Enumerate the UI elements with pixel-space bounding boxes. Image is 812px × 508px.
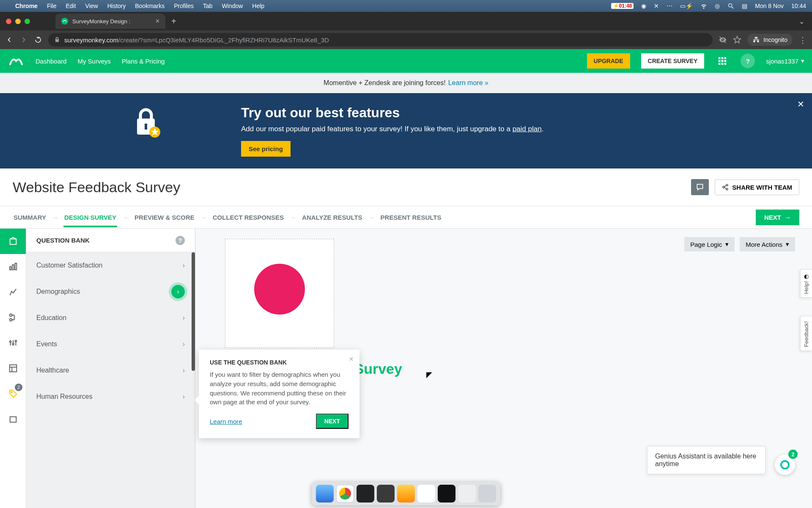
incognito-indicator[interactable]: Incognito: [747, 34, 793, 46]
apps-grid-icon[interactable]: [715, 54, 730, 68]
tooltip-close-icon[interactable]: ×: [349, 355, 354, 364]
tab-overflow-icon[interactable]: ⌄: [799, 17, 812, 25]
rail-builder[interactable]: [0, 254, 26, 279]
window-zoom[interactable]: [25, 19, 30, 24]
rail-logic[interactable]: [0, 305, 26, 330]
menu-bookmarks[interactable]: Bookmarks: [135, 3, 165, 9]
rail-options[interactable]: [0, 330, 26, 356]
share-with-team-button[interactable]: SHARE WITH TEAM: [715, 179, 799, 195]
rail-question-bank[interactable]: [0, 229, 26, 254]
chrome-menu-icon[interactable]: ⋮: [798, 36, 807, 44]
tooltip-learn-more-link[interactable]: Learn more: [210, 418, 242, 425]
status-icon-2[interactable]: ✕: [654, 3, 659, 9]
nav-plans-pricing[interactable]: Plans & Pricing: [122, 58, 165, 65]
menubar-date[interactable]: Mon 8 Nov: [755, 3, 784, 9]
promo-paid-plan-link[interactable]: paid plan: [513, 125, 542, 133]
spotlight-icon[interactable]: [727, 3, 734, 9]
dock-chrome[interactable]: [336, 485, 354, 502]
tab-present-results[interactable]: PRESENT RESULTS: [380, 207, 442, 227]
menu-help[interactable]: Help: [252, 3, 264, 9]
menu-file[interactable]: File: [47, 3, 57, 9]
svg-rect-22: [12, 265, 14, 270]
back-button[interactable]: [5, 36, 14, 44]
battery-time-indicator[interactable]: ⚡01:48: [611, 3, 634, 9]
qbank-item-education[interactable]: Education ›: [26, 305, 195, 331]
surveymonkey-logo[interactable]: [8, 54, 25, 68]
dock-app-8[interactable]: [458, 485, 476, 502]
comments-button[interactable]: [691, 179, 709, 195]
help-icon[interactable]: ?: [741, 54, 755, 68]
dock-app-7[interactable]: [438, 485, 455, 502]
qbank-item-events[interactable]: Events ›: [26, 331, 195, 357]
promo-close-icon[interactable]: ✕: [797, 99, 804, 109]
chevron-right-icon: ›: [183, 262, 185, 269]
see-pricing-button[interactable]: See pricing: [241, 141, 291, 157]
tab-collect-responses[interactable]: COLLECT RESPONSES: [212, 207, 285, 227]
tab-design-survey[interactable]: DESIGN SURVEY: [63, 207, 117, 227]
feedback-side-tab[interactable]: Feedback!: [800, 316, 812, 351]
dock-app-5[interactable]: [397, 485, 415, 502]
tab-analyze-results[interactable]: ANALYZE RESULTS: [301, 207, 363, 227]
more-actions-dropdown[interactable]: More Actions ▾: [740, 237, 795, 251]
svg-point-15: [723, 186, 724, 188]
page-content: Dashboard My Surveys Plans & Pricing UPG…: [0, 49, 812, 508]
address-bar[interactable]: surveymonkey.com/create/?sm=LpcQ3ieMLY4R…: [48, 33, 713, 47]
nav-my-surveys[interactable]: My Surveys: [77, 58, 110, 65]
tab-arrow-icon: →: [200, 214, 207, 221]
window-minimize[interactable]: [15, 19, 21, 24]
chevron-right-icon: ›: [183, 393, 185, 400]
rail-layout[interactable]: [0, 356, 26, 381]
control-center-icon[interactable]: ◎: [715, 3, 720, 9]
menu-tab[interactable]: Tab: [203, 3, 213, 9]
tab-summary[interactable]: SUMMARY: [13, 207, 47, 227]
qbank-item-customer-satisfaction[interactable]: Customer Satisfaction ›: [26, 252, 195, 279]
forward-button[interactable]: [19, 36, 28, 44]
svg-point-0: [729, 4, 732, 7]
menu-edit[interactable]: Edit: [66, 3, 76, 9]
question-bank-help-icon[interactable]: ?: [176, 236, 185, 245]
upgrade-button[interactable]: UPGRADE: [587, 53, 630, 69]
tracking-icon[interactable]: [719, 36, 727, 44]
menubar-app[interactable]: Chrome: [15, 3, 38, 9]
menu-window[interactable]: Window: [222, 3, 243, 9]
menu-profiles[interactable]: Profiles: [174, 3, 194, 9]
battery-icon[interactable]: ▭⚡: [680, 3, 693, 9]
qbank-item-demographics[interactable]: Demographics ›: [26, 279, 195, 305]
create-survey-button[interactable]: CREATE SURVEY: [641, 53, 705, 69]
menu-view[interactable]: View: [85, 3, 98, 9]
window-close[interactable]: [6, 19, 11, 24]
dock-trash[interactable]: [478, 485, 496, 502]
tab-preview-score[interactable]: PREVIEW & SCORE: [134, 207, 195, 227]
dock-app-4[interactable]: [377, 485, 395, 502]
qbank-item-healthcare[interactable]: Healthcare ›: [26, 357, 195, 384]
tab-close-icon[interactable]: ×: [156, 17, 159, 25]
rail-style[interactable]: [0, 279, 26, 305]
page-logic-dropdown[interactable]: Page Logic ▾: [684, 237, 735, 251]
new-tab-button[interactable]: +: [165, 17, 182, 26]
browser-tab[interactable]: SurveyMonkey Design : ×: [55, 14, 165, 29]
dock-app-6[interactable]: [417, 485, 435, 502]
help-side-tab[interactable]: ◐ Help!: [800, 269, 812, 298]
qbank-item-human-resources[interactable]: Human Resources ›: [26, 384, 195, 410]
reload-button[interactable]: [34, 36, 42, 44]
status-icon-1[interactable]: ◉: [641, 3, 646, 9]
menu-extra-icon[interactable]: ▤: [742, 3, 747, 9]
bookmark-star-icon[interactable]: [733, 36, 741, 44]
rail-tags[interactable]: 2: [0, 381, 26, 406]
dock-finder[interactable]: [316, 485, 334, 502]
nav-dashboard[interactable]: Dashboard: [36, 58, 66, 65]
announcement-link[interactable]: Learn more »: [448, 79, 488, 87]
rail-more[interactable]: [0, 406, 26, 432]
wifi-icon[interactable]: [700, 3, 707, 9]
next-step-button[interactable]: NEXT →: [756, 210, 799, 225]
menubar-time[interactable]: 10:44: [791, 3, 806, 9]
sidepanel-scrollbar[interactable]: [192, 252, 195, 371]
promo-body: Add our most popular paid features to yo…: [241, 125, 795, 133]
user-menu[interactable]: sjonas1337 ▾: [766, 57, 804, 65]
status-icon-3[interactable]: ⋯: [667, 3, 672, 9]
tooltip-next-button[interactable]: NEXT: [316, 414, 348, 429]
tab-arrow-icon: →: [290, 214, 296, 221]
dock-terminal[interactable]: [357, 485, 374, 502]
menu-history[interactable]: History: [107, 3, 126, 9]
logo-placeholder[interactable]: [225, 239, 334, 348]
